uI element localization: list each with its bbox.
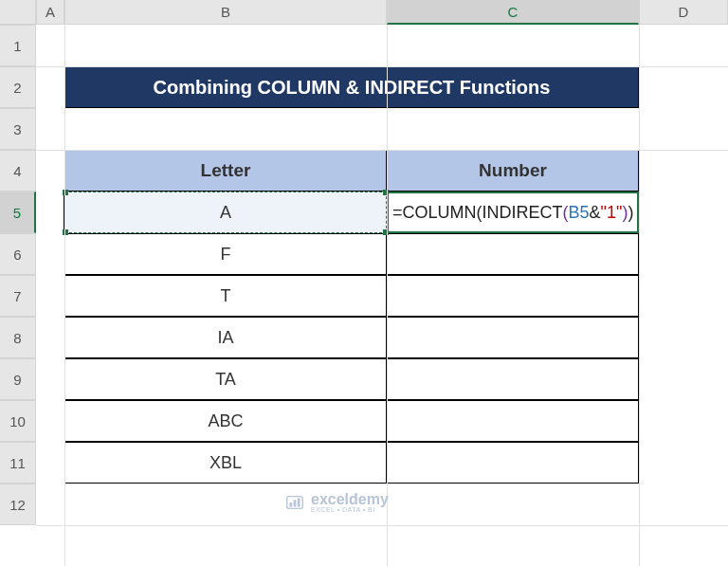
title-cell[interactable]: Combining COLUMN & INDIRECT Functions — [64, 66, 639, 108]
row-header-11[interactable]: 11 — [0, 442, 36, 484]
watermark-name: exceldemy — [311, 491, 389, 507]
row-header-4[interactable]: 4 — [0, 150, 36, 192]
cell-B10[interactable]: ABC — [64, 400, 387, 442]
row-header-5[interactable]: 5 — [0, 192, 36, 233]
svg-rect-2 — [294, 500, 297, 506]
svg-rect-1 — [290, 502, 293, 507]
cell-C10[interactable] — [387, 400, 639, 442]
formula-text: =COLUMN(INDIRECT(B5&"1")) — [392, 203, 633, 223]
cell-B11[interactable]: XBL — [64, 442, 387, 484]
cell-B7[interactable]: T — [64, 275, 387, 317]
select-all-corner[interactable] — [0, 0, 36, 25]
cell-value: A — [220, 203, 231, 223]
cell-B9[interactable]: TA — [64, 358, 387, 400]
col-header-B[interactable]: B — [64, 0, 387, 25]
cell-C5-active[interactable]: =COLUMN(INDIRECT(B5&"1")) — [387, 192, 639, 233]
exceldemy-icon — [284, 492, 305, 513]
row-header-2[interactable]: 2 — [0, 66, 36, 108]
header-letter[interactable]: Letter — [64, 150, 387, 192]
cell-C11[interactable] — [387, 442, 639, 484]
row-header-6[interactable]: 6 — [0, 233, 36, 275]
row-header-10[interactable]: 10 — [0, 400, 36, 442]
col-header-C[interactable]: C — [387, 0, 639, 25]
col-header-A[interactable]: A — [36, 0, 64, 25]
watermark: exceldemy EXCEL • DATA • BI — [284, 491, 389, 513]
cell-C9[interactable] — [387, 358, 639, 400]
row-header-3[interactable]: 3 — [0, 108, 36, 150]
row-header-8[interactable]: 8 — [0, 317, 36, 358]
row-header-1[interactable]: 1 — [0, 25, 36, 66]
row-header-9[interactable]: 9 — [0, 358, 36, 400]
row-header-12[interactable]: 12 — [0, 484, 36, 525]
cell-B8[interactable]: IA — [64, 317, 387, 358]
cell-B6[interactable]: F — [64, 233, 387, 275]
cell-B5[interactable]: A — [64, 192, 387, 233]
watermark-tag: EXCEL • DATA • BI — [311, 506, 389, 513]
row-header-7[interactable]: 7 — [0, 275, 36, 317]
cell-C6[interactable] — [387, 233, 639, 275]
spreadsheet-grid: A B C D 1 2 3 4 5 6 7 8 9 10 11 12 Combi… — [0, 0, 728, 525]
header-number[interactable]: Number — [387, 150, 639, 192]
cell-C7[interactable] — [387, 275, 639, 317]
svg-rect-3 — [298, 498, 300, 506]
col-header-D[interactable]: D — [639, 0, 728, 25]
cell-C8[interactable] — [387, 317, 639, 358]
